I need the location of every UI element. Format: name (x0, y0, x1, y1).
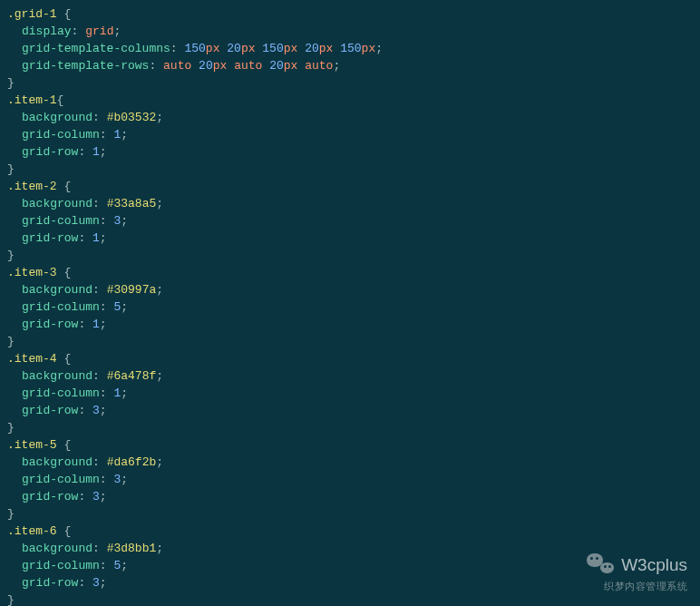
css-code-block: .grid-1 { display: grid; grid-template-c… (0, 0, 700, 606)
